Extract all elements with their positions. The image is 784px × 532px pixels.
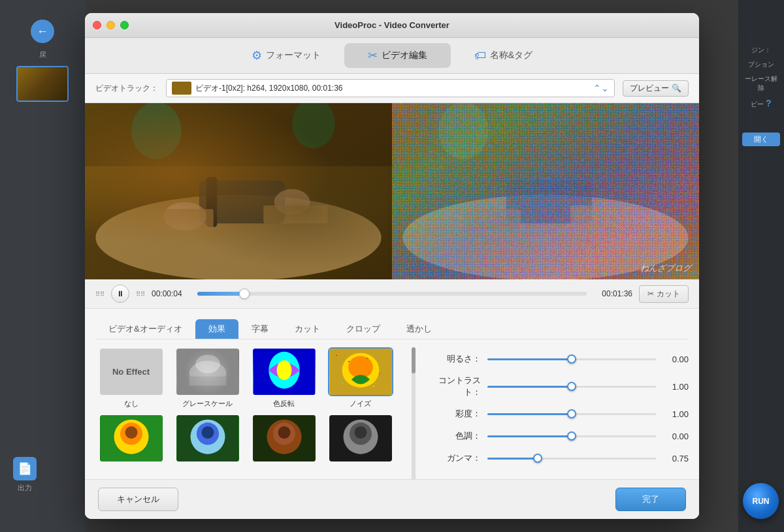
effect-grayscale[interactable]: グレースケール (172, 347, 243, 409)
effects-scrollbar[interactable] (412, 347, 416, 479)
title-bar: VideoProc - Video Converter (85, 13, 699, 38)
pause-button[interactable]: ⏸ (111, 285, 129, 303)
deinterlace-label: ーレース解除 (742, 74, 780, 93)
effect-flower-warm[interactable] (95, 414, 167, 465)
svg-rect-31 (348, 361, 350, 362)
flower-dark-thumb[interactable] (252, 414, 317, 463)
brightness-slider[interactable] (487, 352, 656, 366)
preview-video-canvas (392, 103, 699, 279)
flower-bw-preview (329, 415, 392, 462)
effect-no-effect[interactable]: No Effect なし (95, 347, 167, 409)
effect-flower-cool[interactable] (172, 414, 243, 465)
brightness-value: 0.00 (662, 354, 689, 364)
right-panel: ジン： プション ーレース解除 ピー ? 開く (738, 39, 784, 153)
output-icon: 📄 (13, 457, 37, 480)
progress-bar[interactable] (197, 292, 587, 296)
svg-rect-35 (372, 386, 374, 387)
gamma-track (487, 458, 656, 460)
flower-warm-thumb[interactable] (99, 414, 164, 463)
contrast-handle[interactable] (567, 382, 576, 391)
tab-video-edit[interactable]: ✂ ビデオ編集 (344, 43, 451, 68)
gamma-row: ガンマ： 0.75 (429, 452, 689, 465)
scroll-thumb[interactable] (412, 347, 416, 373)
option-label: プション (742, 60, 780, 69)
video-edit-icon: ✂ (368, 48, 378, 63)
close-button[interactable] (93, 21, 101, 29)
noise-thumb[interactable] (328, 347, 393, 396)
output-section: 📄 出力 (13, 457, 37, 493)
svg-rect-9 (85, 103, 392, 166)
flower-warm-preview (100, 415, 163, 462)
saturation-slider[interactable] (487, 407, 656, 420)
sidebar-thumbnail (16, 66, 69, 102)
name-tag-icon: 🏷 (474, 49, 486, 63)
sub-tab-watermark[interactable]: 透かし (393, 319, 445, 339)
svg-point-43 (201, 426, 214, 439)
flower-bw-thumb[interactable] (328, 414, 393, 463)
sub-tab-effects[interactable]: 効果 (195, 319, 238, 339)
tab-format[interactable]: ⚙ フォーマット (228, 43, 344, 68)
copy-label: ピー ? (742, 98, 780, 109)
brightness-label: 明るさ： (429, 353, 481, 365)
noise-label: ノイズ (350, 399, 371, 409)
sub-tab-cut[interactable]: カット (282, 319, 333, 339)
hue-slider[interactable] (487, 430, 656, 443)
effect-color-invert[interactable]: 色反転 (248, 347, 319, 409)
video-panel-preview: ねんざブログ (392, 103, 699, 279)
maximize-button[interactable] (120, 21, 129, 29)
done-button[interactable]: 完了 (615, 488, 686, 511)
color-invert-thumb[interactable] (252, 347, 317, 396)
svg-rect-22 (189, 377, 226, 386)
run-button[interactable]: RUN (743, 483, 779, 519)
saturation-handle[interactable] (567, 409, 576, 418)
time-current: 00:00:04 (152, 289, 191, 298)
sub-tab-crop[interactable]: クロップ (333, 319, 393, 339)
cut-button[interactable]: ✂ カット (639, 285, 689, 303)
no-effect-thumb[interactable]: No Effect (99, 347, 164, 396)
svg-point-47 (278, 426, 290, 439)
effect-flower-bw[interactable] (325, 414, 396, 465)
contrast-slider[interactable] (487, 380, 656, 393)
hue-row: 色調： 0.00 (429, 430, 689, 443)
sub-tab-video-audio[interactable]: ビデオ&オーディオ (95, 319, 195, 339)
effect-noise[interactable]: ノイズ (325, 347, 396, 409)
back-label: 戻 (39, 50, 46, 59)
grayscale-preview (176, 349, 239, 395)
progress-fill (197, 292, 244, 296)
hue-handle[interactable] (567, 431, 576, 441)
open-label[interactable]: 開く (742, 133, 780, 146)
gamma-slider[interactable] (487, 452, 656, 465)
bottom-buttons: キャンセル 完了 (85, 479, 699, 519)
plugin-label: ジン： (742, 46, 780, 55)
svg-rect-32 (367, 358, 368, 359)
saturation-fill (487, 413, 572, 415)
effects-grid-area: No Effect なし (95, 347, 396, 479)
gamma-label: ガンマ： (429, 452, 481, 464)
time-total: 00:01:36 (593, 289, 632, 298)
back-button[interactable]: ← (31, 20, 54, 43)
video-panel-original: ▶ ▶ 元ビデオ (85, 103, 392, 279)
svg-point-11 (292, 103, 335, 148)
flower-dark-preview (253, 415, 316, 462)
progress-handle[interactable] (239, 289, 250, 299)
minimize-button[interactable] (106, 21, 115, 29)
flower-cool-thumb[interactable] (175, 414, 240, 463)
sub-tab-subtitle[interactable]: 字幕 (238, 319, 282, 339)
cut-label: カット (657, 289, 680, 300)
dropdown-arrow-icon: ⌃⌄ (593, 83, 609, 93)
cut-icon: ✂ (647, 289, 654, 298)
svg-point-2 (95, 195, 381, 279)
gamma-handle[interactable] (533, 454, 542, 463)
effect-flower-dark[interactable] (248, 414, 319, 465)
svg-rect-8 (263, 206, 327, 223)
svg-point-51 (354, 426, 367, 439)
cancel-button[interactable]: キャンセル (98, 488, 178, 511)
tab-name-tag[interactable]: 🏷 名称&タグ (451, 44, 556, 68)
preview-button[interactable]: プレビュー 🔍 (623, 80, 689, 97)
brightness-handle[interactable] (567, 354, 576, 364)
svg-rect-34 (342, 383, 343, 384)
playback-controls: ⠿⠿ ⏸ ⠿⠿ 00:00:04 00:01:36 ✂ カット (85, 279, 699, 309)
track-select[interactable]: ビデオ-1[0x2]: h264, 1920x1080, 00:01:36 ⌃⌄ (166, 79, 615, 97)
grayscale-thumb[interactable] (175, 347, 240, 396)
hue-value: 0.00 (662, 431, 689, 441)
